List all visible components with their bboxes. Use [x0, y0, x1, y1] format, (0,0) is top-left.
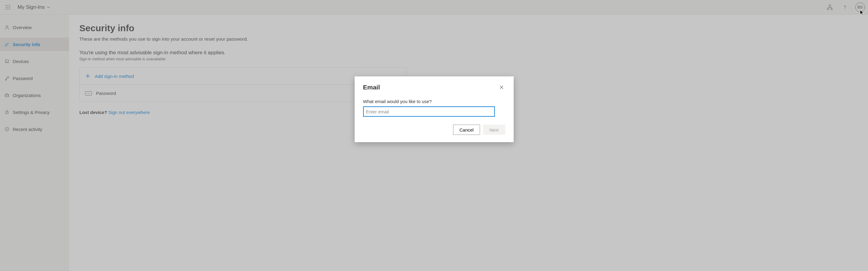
dialog-title: Email — [363, 84, 380, 91]
close-icon — [499, 85, 504, 90]
next-button[interactable]: Next — [483, 125, 505, 135]
close-button[interactable] — [498, 84, 505, 91]
dialog-actions: Cancel Next — [363, 125, 505, 135]
dialog-question: What email would you like to use? — [363, 99, 505, 104]
email-input[interactable] — [363, 107, 495, 117]
modal-overlay: Email What email would you like to use? … — [0, 0, 868, 271]
email-dialog: Email What email would you like to use? … — [355, 77, 514, 142]
cancel-button[interactable]: Cancel — [453, 125, 480, 135]
dialog-header: Email — [363, 84, 505, 91]
